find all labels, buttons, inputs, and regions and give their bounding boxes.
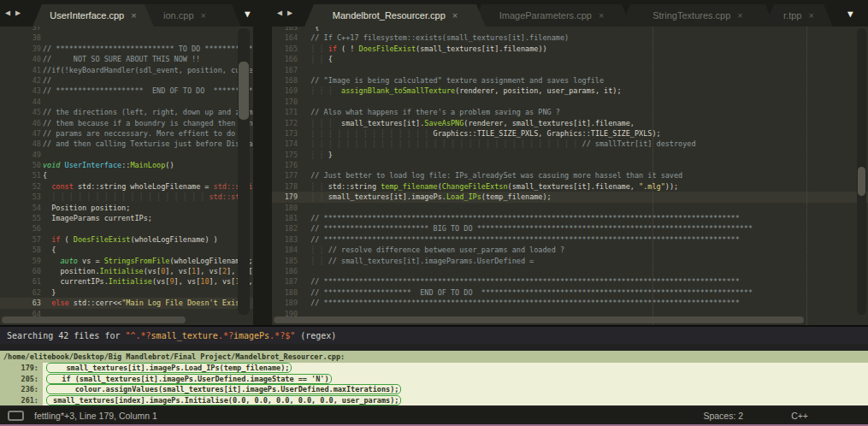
code-line[interactable]: 169 ┊ ┊ ┊ assignBlank_toSmallTexture(ren… bbox=[272, 86, 868, 96]
code-line[interactable]: 163 { bbox=[272, 27, 868, 33]
search-result-row[interactable]: 236: colour.assignValues(small_textures[… bbox=[0, 384, 868, 395]
vertical-scrollbar[interactable] bbox=[238, 28, 250, 315]
code-line[interactable]: 55 ImageParams currentIPs; bbox=[0, 213, 253, 223]
left-tab-overflow-icon[interactable]: ▼ bbox=[245, 9, 251, 20]
code-line[interactable]: 51{ bbox=[0, 170, 253, 180]
forward-arrow-icon[interactable]: ▶ bbox=[15, 8, 26, 17]
scrollbar-thumb[interactable] bbox=[858, 167, 865, 196]
syntax-selector[interactable]: C++ bbox=[791, 411, 808, 421]
code-line[interactable]: 186 bbox=[272, 266, 868, 276]
tab-imageparameters-cpp[interactable]: ImageParameters.cpp × bbox=[472, 4, 631, 27]
code-line[interactable]: 63 else std::cerr<<"Main Log File Doesn'… bbox=[0, 298, 253, 308]
code-line[interactable]: 176 bbox=[272, 160, 868, 170]
code-line[interactable]: 175 ┊ ┊ } bbox=[272, 150, 868, 160]
code-token: { bbox=[302, 27, 319, 32]
code-line[interactable]: 177 // Just better to load log file: IPs… bbox=[272, 170, 868, 180]
code-line[interactable]: 167 bbox=[272, 65, 868, 75]
line-number: 41 bbox=[0, 65, 43, 75]
code-line[interactable]: 172 ┊ ┊ ┊ small_textures[it].SaveAsPNG(r… bbox=[272, 118, 868, 128]
close-icon[interactable]: × bbox=[131, 10, 136, 21]
tab-r-tpp[interactable]: r.tpp × bbox=[765, 4, 833, 27]
code-line[interactable]: 185 ┊ ┊ // small_textures[it].imageParam… bbox=[272, 256, 868, 266]
close-icon[interactable]: × bbox=[452, 10, 458, 21]
editor-pane-right[interactable]: 163 {164 // If C++17 filesystem::exists(… bbox=[272, 27, 868, 325]
code-line[interactable]: 168 // "Image is being calculated" textu… bbox=[272, 75, 868, 86]
code-line[interactable]: 54 Position position; bbox=[0, 203, 253, 213]
code-line[interactable]: 188 // ******************** END OF TO DO… bbox=[272, 287, 868, 298]
scrollbar-thumb[interactable] bbox=[239, 62, 249, 120]
code-line[interactable]: 179 ┊ ┊ small_textures[it].imagePs.Load_… bbox=[272, 192, 868, 202]
code-line[interactable]: 189 // *********************************… bbox=[272, 298, 868, 308]
code-line[interactable]: 171 // Also what happens if there's a pr… bbox=[272, 107, 868, 117]
left-pane-history-arrows[interactable]: ◀▶ bbox=[5, 8, 26, 17]
line-number: 42 bbox=[0, 75, 43, 86]
code-line[interactable]: 181 // *********************************… bbox=[272, 213, 868, 223]
code-line[interactable]: 183 // *********************************… bbox=[272, 234, 868, 245]
code-line[interactable]: 174 ┊ ┊ ┊ ┊ ┊ ┊ ┊ ┊ ┊ ┊ ┊ ┊ ┊ ┊ ┊ ┊ ┊ ┊ … bbox=[272, 139, 868, 149]
tab-userinterface-cpp[interactable]: UserInterface.cpp × bbox=[32, 4, 154, 27]
close-icon[interactable]: × bbox=[737, 10, 742, 21]
close-icon[interactable]: × bbox=[599, 10, 604, 21]
code-line[interactable]: 42// bbox=[0, 75, 253, 86]
forward-arrow-icon[interactable]: ▶ bbox=[287, 8, 298, 17]
code-line[interactable]: 165 ┊ ┊ if ( ! DoesFileExist(small_textu… bbox=[272, 44, 868, 54]
code-token: ┊ ┊ bbox=[302, 257, 328, 265]
code-line[interactable]: 47// params are neccessary. More effient… bbox=[0, 128, 253, 139]
code-line[interactable]: 170 bbox=[272, 97, 868, 107]
code-line[interactable]: 49 bbox=[0, 150, 253, 160]
code-token: (renderer, small_textures[it].filename, bbox=[464, 119, 635, 127]
code-line[interactable]: 53 ┊ ┊ ┊ ┊ ┊ ┊ ┊ ┊ ┊ ┊ ┊ ┊ ┊ ┊ ┊ ┊ ┊ ┊ s… bbox=[0, 192, 253, 202]
close-icon[interactable]: × bbox=[201, 10, 206, 21]
code-line[interactable]: 48// and then calling Texturise just bef… bbox=[0, 139, 253, 149]
horizontal-scrollbar[interactable] bbox=[274, 317, 853, 323]
code-line[interactable]: 57 if ( DoesFileExist(wholeLogFilename) … bbox=[0, 234, 253, 245]
close-icon[interactable]: × bbox=[808, 10, 813, 21]
code-line[interactable]: 187 // *********************************… bbox=[272, 276, 868, 287]
right-tab-overflow-icon[interactable]: ▼ bbox=[847, 9, 853, 20]
code-line[interactable]: 41//if(!keyBoardHandler(sdl_event, posit… bbox=[0, 65, 253, 75]
tab-mandelbrot-resourcer-cpp[interactable]: Mandelbrot_Resourcer.cpp × bbox=[304, 4, 486, 27]
code-line[interactable]: 39// *************************** TO DO *… bbox=[0, 44, 253, 54]
code-token: std::string wholeLogFilename = bbox=[74, 182, 214, 191]
panel-toggle-icon[interactable] bbox=[8, 411, 24, 421]
code-line[interactable]: 40// NOT SO SURE ABOUT THIS NOW !! bbox=[0, 54, 253, 64]
line-number: 51 bbox=[0, 170, 43, 180]
vertical-scrollbar[interactable] bbox=[857, 28, 866, 315]
code-line[interactable]: 59 auto vs = StringsFromFile(wholeLogFil… bbox=[0, 256, 253, 266]
code-line[interactable]: 166 ┊ ┊ { bbox=[272, 54, 868, 64]
indent-setting[interactable]: Spaces: 2 bbox=[703, 411, 743, 421]
result-file-path[interactable]: /home/elitebook/Desktop/Big Mandlebrot/F… bbox=[0, 351, 868, 363]
code-line[interactable]: 45// the directions (left, right, down u… bbox=[0, 107, 253, 117]
code-line[interactable]: 52 const std::string wholeLogFilename = … bbox=[0, 181, 253, 192]
search-result-row[interactable]: 261: small_textures[index].imagePs.Initi… bbox=[0, 395, 868, 406]
code-line[interactable]: 58 { bbox=[0, 245, 253, 255]
back-arrow-icon[interactable]: ◀ bbox=[277, 8, 287, 17]
code-line[interactable]: 46// them because if a boundry is change… bbox=[0, 118, 253, 128]
code-line[interactable]: 62 } bbox=[0, 287, 253, 298]
search-result-row[interactable]: 205: if (small_textures[it].imagePs.User… bbox=[0, 374, 868, 385]
code-line[interactable]: 164 // If C++17 filesystem::exists(small… bbox=[272, 33, 868, 43]
code-line[interactable]: 50void UserInterface::MainLoop() bbox=[0, 160, 253, 170]
code-line[interactable]: 173 ┊ ┊ ┊ ┊ ┊ ┊ ┊ ┊ ┊ ┊ ┊ ┊ ┊ ┊ Graphics… bbox=[272, 128, 868, 139]
code-line[interactable]: 38 bbox=[0, 33, 253, 43]
code-line[interactable]: 56 bbox=[0, 223, 253, 234]
back-arrow-icon[interactable]: ◀ bbox=[5, 8, 15, 17]
scrollbar-thumb[interactable] bbox=[274, 317, 804, 323]
code-line[interactable]: 180 bbox=[272, 203, 868, 213]
search-result-row[interactable]: 179: small_textures[it].imagePs.Load_IPs… bbox=[0, 363, 868, 374]
code-line[interactable]: 178 ┊ ┊ std::string temp_filename(Change… bbox=[272, 181, 868, 192]
code-line[interactable]: 44 bbox=[0, 97, 253, 107]
code-line[interactable]: 37 bbox=[0, 27, 253, 33]
code-line[interactable]: 182 // ************************ BIG TO D… bbox=[272, 223, 868, 234]
code-line[interactable]: 43// ******************** END OF TO DO *… bbox=[0, 86, 253, 96]
right-pane-history-arrows[interactable]: ◀▶ bbox=[277, 8, 298, 17]
result-code: if (small_textures[it].imagePs.UserDefin… bbox=[43, 374, 332, 385]
scrollbar-thumb[interactable] bbox=[2, 317, 186, 323]
editor-pane-left[interactable]: 373839// *************************** TO … bbox=[0, 27, 253, 325]
code-line[interactable]: 184 ┊ ┊ // resolve difference between us… bbox=[272, 245, 868, 255]
code-line[interactable]: 60 position.Initialise(vs[0], vs[1], vs[… bbox=[0, 266, 253, 276]
code-token: Searching 42 files for bbox=[7, 331, 125, 340]
tab-stringtextures-cpp[interactable]: StringTextures.cpp × bbox=[621, 4, 775, 27]
horizontal-scrollbar[interactable] bbox=[2, 317, 236, 323]
code-line[interactable]: 61 currentIPs.Initialise(vs[9], vs[10], … bbox=[0, 276, 253, 287]
